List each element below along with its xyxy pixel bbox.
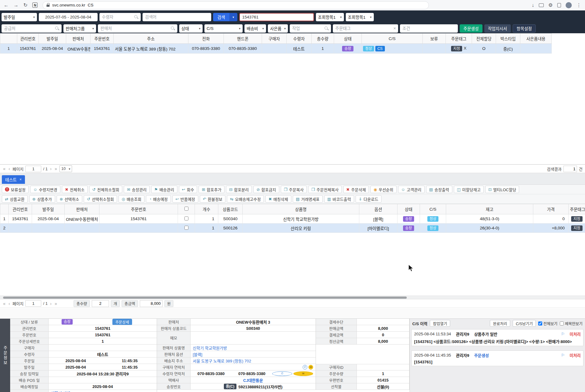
profile-avatar[interactable] xyxy=(566,2,572,8)
cancel-selected-button[interactable]: ⊗선택취소 xyxy=(57,195,83,203)
bundle-add-button[interactable]: ⊞합포추가 xyxy=(199,186,224,193)
lock-icon[interactable] xyxy=(46,3,50,7)
search-icon[interactable] xyxy=(134,15,139,19)
gift-select[interactable]: 사은품 ▾ xyxy=(268,24,288,33)
phone-icon[interactable]: ✆ xyxy=(303,365,307,370)
return-schedule-button[interactable]: ↩반품예정 xyxy=(172,195,198,203)
item-setting-button[interactable]: 항목설정 xyxy=(513,24,536,33)
multi-loc-assign-button[interactable]: ⊡멀티LOC할당 xyxy=(485,186,519,193)
row-checkbox[interactable] xyxy=(184,216,188,220)
status-select[interactable]: 상태 ▾ xyxy=(179,24,203,33)
cancel-selected-undo-button[interactable]: ↺선택취소철회 xyxy=(84,195,117,203)
shipping-address-link[interactable]: 서울 도봉구 노해로 389 (창동) 702 xyxy=(191,358,316,364)
cancel-all-button[interactable]: ✖전체취소 xyxy=(62,186,88,193)
order-copy-button[interactable]: ❐주문복사 xyxy=(281,186,307,193)
invoice-print-button[interactable]: ▤송장출력 xyxy=(426,186,452,193)
product-add-button[interactable]: ⊕상품추가 xyxy=(29,195,55,203)
extension-icon[interactable]: N xyxy=(32,2,38,8)
retrieve-button[interactable]: ↩회수 xyxy=(179,186,197,193)
prev-page-icon[interactable]: ‹ xyxy=(8,301,11,306)
message-icon[interactable]: ✉ xyxy=(293,371,313,376)
tab-test[interactable]: 테스트 × xyxy=(2,175,25,184)
memo-cell[interactable] xyxy=(191,332,316,344)
search-icon[interactable] xyxy=(55,26,59,31)
page-number-input[interactable] xyxy=(25,300,41,307)
shipping-schedule-button[interactable]: ◔배송예정 xyxy=(146,195,171,203)
order-tag-input[interactable] xyxy=(333,24,398,33)
carrier-link[interactable]: CJ대한통운 xyxy=(191,377,316,383)
lookup-item1-select[interactable]: 조회항목1 ▾ xyxy=(316,13,344,21)
keyword-input[interactable] xyxy=(143,13,211,21)
order-detail-button[interactable]: 주문상세 xyxy=(112,319,132,325)
popup-open-button[interactable]: 팝업열기 xyxy=(430,320,450,327)
row-checkbox[interactable] xyxy=(184,226,188,230)
cs-history-entry[interactable]: 2025-08-04 11:45:35 관리자9 주문생성 ⚐ 미처리 [154… xyxy=(411,350,583,366)
matched-product-link[interactable]: 신학기 가방 xyxy=(49,390,157,392)
prev-page-icon[interactable]: ‹ xyxy=(8,166,11,171)
order-number-search-input[interactable] xyxy=(239,13,314,21)
hold-setting-button[interactable]: !보류설정 xyxy=(2,186,29,193)
pin-icon[interactable]: ⚐ xyxy=(561,332,565,336)
search-button[interactable]: 검색 xyxy=(213,13,229,21)
seller-group-select[interactable]: 판매처그룹 ▾ xyxy=(63,24,96,33)
order-delete-button[interactable]: ✖주문삭제 xyxy=(343,186,369,193)
date-type-select[interactable]: 발주일 ▾ xyxy=(2,13,37,21)
customer-manage-button[interactable]: ☺고객관리 xyxy=(398,186,425,193)
invoice-manage-button[interactable]: ✉송장관리 xyxy=(124,186,150,193)
seller-input[interactable] xyxy=(98,24,177,33)
cs-select[interactable]: C/S ▾ xyxy=(204,24,243,33)
shipping-manage-button[interactable]: ⚑배송관리 xyxy=(151,186,177,193)
misdelivery-stock-fix-button[interactable]: ⇆오배송재고수정 xyxy=(227,195,264,203)
order-row[interactable]: 1 1543761 2025-08-04 ONEW수동판 1543761 서울 … xyxy=(0,44,552,54)
order-info-side-tab[interactable]: 주문정보 xyxy=(0,319,10,392)
priority-button[interactable]: ◉우선순위 xyxy=(370,186,396,193)
work-order-sheet-button[interactable]: 작업지시서 xyxy=(484,24,511,33)
seller-product-name-link[interactable]: 신학기 학교학원가방 xyxy=(191,345,316,351)
title-only-checkbox[interactable] xyxy=(560,321,564,325)
forward-icon[interactable]: → xyxy=(14,3,18,8)
lookup-item2-select[interactable]: 조회항목1 ▾ xyxy=(346,13,374,21)
leave-cs-button[interactable]: C/S남기기 xyxy=(513,320,536,327)
date-range-input[interactable] xyxy=(39,13,98,21)
shipping-track-button[interactable]: ◎배송조회 xyxy=(119,195,144,203)
scrollbar-thumb[interactable] xyxy=(3,297,407,299)
phone-icon[interactable]: ✆ xyxy=(272,371,292,376)
delivery-fee-select[interactable]: 배송비 ▾ xyxy=(244,24,266,33)
unallocated-stock-button[interactable]: ◫미할당재고 xyxy=(454,186,484,193)
cancel-all-undo-button[interactable]: ↺전체취소철회 xyxy=(89,186,123,193)
first-page-icon[interactable]: « xyxy=(2,166,6,171)
item-row[interactable]: 1 1543761 2025-08-04 ONEW수동판매처 3 1543761… xyxy=(0,214,585,224)
pin-icon[interactable]: ⚐ xyxy=(561,353,565,358)
reload-icon[interactable]: ↻ xyxy=(23,3,27,8)
close-icon[interactable]: × xyxy=(19,177,22,182)
transaction-statement-button[interactable]: ▤거래명세표 xyxy=(293,195,323,203)
search-dropdown-button[interactable]: ▾ xyxy=(229,13,237,21)
first-page-icon[interactable]: « xyxy=(2,301,6,306)
next-page-icon[interactable]: › xyxy=(50,301,52,306)
bundle-block-button[interactable]: ⊘합포금지 xyxy=(253,186,279,193)
create-order-button[interactable]: 주문생성 xyxy=(460,24,482,33)
complete-process-button[interactable]: 완료처리 xyxy=(490,320,510,327)
search-icon[interactable] xyxy=(325,26,329,31)
download-button[interactable]: ⇓다운로드 xyxy=(356,195,381,203)
cs-history-entry[interactable]: 2025-08-04 11:53:34 관리자9 상품추가 일반 ⚐ 미처리 [… xyxy=(411,329,583,346)
message-icon[interactable]: ✉ xyxy=(309,365,313,370)
barcode-print-button[interactable]: ▥바코드출력 xyxy=(324,195,354,203)
search-icon[interactable] xyxy=(171,26,175,31)
last-page-icon[interactable]: » xyxy=(54,166,58,171)
menu-dots-icon[interactable]: ⋮ xyxy=(576,3,581,8)
page-size-select[interactable]: 10 ▾ xyxy=(59,165,72,172)
back-icon[interactable]: ← xyxy=(4,3,9,8)
download-icon[interactable]: ↓ xyxy=(532,3,534,8)
url-bar[interactable]: svc.onewms.co.kr CS xyxy=(42,1,429,9)
item-row[interactable]: 2 1 S00126 산리오 키링 [마이멜로디] 송장 정상 26(30-4-… xyxy=(0,224,585,233)
condition-input[interactable] xyxy=(400,24,458,33)
next-page-icon[interactable]: › xyxy=(50,166,52,171)
refund-info-button[interactable]: ↶환불정보 xyxy=(200,195,226,203)
last-page-icon[interactable]: » xyxy=(54,301,58,306)
page-number-input[interactable] xyxy=(25,166,41,172)
bundle-split-button[interactable]: ⊟합포분리 xyxy=(226,186,252,193)
product-exchange-button[interactable]: ⇄상품교환 xyxy=(2,195,28,203)
gear-icon[interactable]: ⚙ xyxy=(548,3,553,8)
cast-icon[interactable] xyxy=(539,3,544,7)
